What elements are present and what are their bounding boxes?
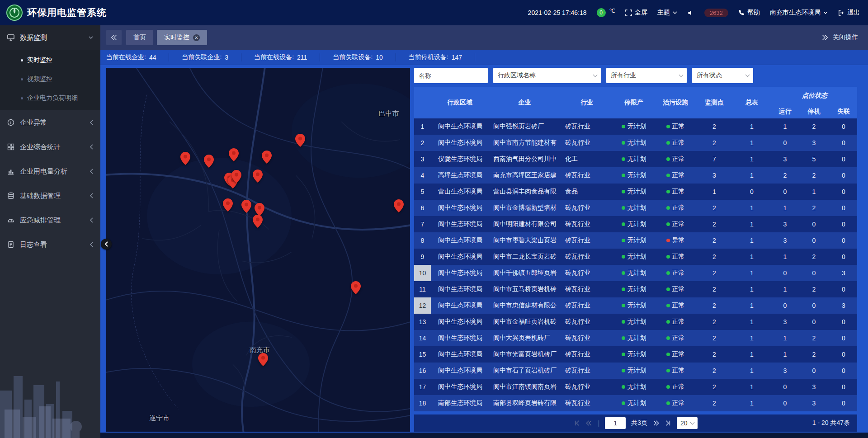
table-row[interactable]: 11 阆中生态环境局 阆中市五马桥页岩机砖 砖瓦行业 无计划 正常 2 1 1 xyxy=(414,281,857,297)
tabs-scroll-right-icon[interactable] xyxy=(822,34,828,41)
skyline-decoration xyxy=(0,359,100,438)
tab-home[interactable]: 首页 xyxy=(126,30,153,45)
table-row[interactable]: 3 仪陇生态环境局 西南油气田分公司川中 化工 无计划 正常 7 1 3 xyxy=(414,151,857,167)
temperature-badge: 0 xyxy=(597,8,606,17)
sidebar-item-data-monitor[interactable]: 数据监测 xyxy=(0,25,100,50)
status-dot-green xyxy=(622,320,625,324)
next-page-button[interactable] xyxy=(653,420,660,426)
row-lost: 0 xyxy=(829,346,857,363)
row-lost: 0 xyxy=(829,167,857,184)
row-industry: 化工 xyxy=(561,151,613,167)
map-pin[interactable] xyxy=(253,215,263,228)
row-limit-label: 无计划 xyxy=(627,367,646,374)
row-facility-status: 正常 xyxy=(655,330,696,346)
page-size-select[interactable]: 20 xyxy=(677,417,698,429)
map-pin[interactable] xyxy=(231,170,241,183)
sidebar: 数据监测 实时监控 视频监控 xyxy=(0,25,100,438)
row-lost: 0 xyxy=(829,249,857,265)
sidebar-submenu-item[interactable]: 实时监控 xyxy=(0,51,100,70)
table-row[interactable]: 4 高坪生态环境局 南充市高坪区王家店建 砖瓦行业 无计划 正常 3 1 2 xyxy=(414,167,857,184)
row-limit-status: 无计划 xyxy=(613,297,655,314)
table-row[interactable]: 5 营山生态环境局 营山县润丰肉食品有限 食品 无计划 正常 1 0 0 xyxy=(414,184,857,200)
table-row[interactable]: 7 阆中生态环境局 阆中明阳建材有限公司 砖瓦行业 无计划 正常 2 1 3 xyxy=(414,216,857,232)
map-pin[interactable] xyxy=(253,170,263,183)
name-filter-input[interactable] xyxy=(414,68,488,83)
map-pin[interactable] xyxy=(255,203,264,216)
region-filter-select[interactable]: 行政区域名称 xyxy=(493,68,601,83)
table-row[interactable]: 2 阆中生态环境局 阆中市南方节能建材有 砖瓦行业 无计划 正常 2 1 0 xyxy=(414,135,857,151)
map-pin[interactable] xyxy=(223,198,233,212)
table-row[interactable]: 1 阆中生态环境局 阆中强锐页岩砖厂 砖瓦行业 无计划 正常 2 1 1 xyxy=(414,118,857,135)
logout-button[interactable]: 退出 xyxy=(838,9,860,17)
table-row[interactable]: 15 阆中生态环境局 阆中市光富页岩机砖厂 砖瓦行业 无计划 正常 2 1 1 xyxy=(414,346,857,363)
tab-realtime-monitor[interactable]: 实时监控 ✕ xyxy=(157,30,207,45)
tab-close-icon[interactable]: ✕ xyxy=(193,34,200,41)
table-row[interactable]: 13 阆中生态环境局 阆中市金福旺页岩机砖 砖瓦行业 无计划 正常 2 1 3 xyxy=(414,314,857,330)
sidebar-item-label: 企业异常 xyxy=(20,118,47,127)
status-dot xyxy=(666,271,670,275)
sidebar-submenu-item[interactable]: 视频监控 xyxy=(0,70,100,89)
page-number-input[interactable] xyxy=(605,417,626,429)
map-pin[interactable] xyxy=(295,134,305,147)
map-pin[interactable] xyxy=(241,200,251,213)
org-dropdown[interactable]: 南充市生态环境局 xyxy=(770,9,828,17)
row-limit-label: 无计划 xyxy=(627,399,646,406)
sidebar-item[interactable]: 基础数据管理 xyxy=(0,184,100,208)
table-row[interactable]: 6 阆中生态环境局 阆中市金博瑞新型墙材 砖瓦行业 无计划 正常 2 1 1 xyxy=(414,200,857,216)
map-canvas[interactable]: 巴中市 南充市 遂宁市 xyxy=(106,68,410,432)
first-page-button[interactable] xyxy=(574,420,580,426)
sidebar-submenu-item[interactable]: 企业电力负荷明细 xyxy=(0,89,100,108)
fullscreen-button[interactable]: 全屏 xyxy=(625,9,647,17)
page-size-value: 20 xyxy=(680,419,688,427)
status-dot-green xyxy=(622,304,625,307)
table-row[interactable]: 10 阆中生态环境局 阆中千佛镇五郎垭页岩 砖瓦行业 无计划 正常 2 1 0 xyxy=(414,265,857,281)
sidebar-item[interactable]: 企业异常 xyxy=(0,110,100,135)
chevron-left-icon xyxy=(90,144,93,150)
row-facility-label: 正常 xyxy=(672,188,685,195)
theme-dropdown[interactable]: 主题 xyxy=(657,9,677,17)
table-row[interactable]: 14 阆中生态环境局 阆中大兴页岩机砖厂 砖瓦行业 无计划 正常 2 1 1 xyxy=(414,330,857,346)
status-dot xyxy=(666,255,670,259)
app-root: 环保用电监管系统 2021-02-25 17:46:18 0 ℃ 全屏 主题 xyxy=(0,0,868,438)
prev-page-button[interactable] xyxy=(585,420,592,426)
row-run: 0 xyxy=(771,395,799,411)
sidebar-item[interactable]: 应急减排管理 xyxy=(0,208,100,232)
sidebar-item[interactable]: 企业用电量分析 xyxy=(0,159,100,184)
region-filter-value: 行政区域名称 xyxy=(498,71,536,80)
map-pin[interactable] xyxy=(258,353,268,366)
industry-filter-select[interactable]: 所有行业 xyxy=(606,68,687,83)
map-pin[interactable] xyxy=(262,151,272,164)
tabs-scroll-left-button[interactable] xyxy=(106,30,122,45)
status-dot xyxy=(666,304,670,307)
status-filter-select[interactable]: 所有状态 xyxy=(692,68,753,83)
table-row[interactable]: 18 南部生态环境局 南部县双峰页岩砖有限 砖瓦行业 无计划 正常 2 1 0 xyxy=(414,395,857,411)
table-row[interactable]: 9 阆中生态环境局 阆中市二龙长宝页岩砖 砖瓦行业 无计划 正常 2 1 1 xyxy=(414,249,857,265)
table-row[interactable]: 17 阆中生态环境局 阆中市江南镇阆南页岩 砖瓦行业 无计划 正常 2 1 0 xyxy=(414,379,857,395)
map-pin[interactable] xyxy=(229,148,239,161)
status-dot-green xyxy=(622,125,625,128)
col-run: 运行 xyxy=(771,104,799,118)
help-button[interactable]: 帮助 xyxy=(738,9,760,17)
map-pin[interactable] xyxy=(204,155,214,168)
map-pin[interactable] xyxy=(351,281,361,294)
sidebar-item[interactable]: 日志查看 xyxy=(0,232,100,257)
monitor-icon xyxy=(7,34,14,41)
row-meters: 1 xyxy=(732,200,771,216)
table-row[interactable]: 8 阆中生态环境局 阆中市枣碧大梁山页岩 砖瓦行业 无计划 异常 2 1 3 xyxy=(414,232,857,249)
speaker-button[interactable] xyxy=(687,9,694,16)
row-facility-status: 正常 xyxy=(655,314,696,330)
map-pin[interactable] xyxy=(180,152,190,165)
table-row[interactable]: 16 阆中生态环境局 阆中市石子页岩机砖厂 砖瓦行业 无计划 正常 2 1 3 xyxy=(414,363,857,379)
row-stop: 0 xyxy=(799,265,829,281)
row-region: 南部生态环境局 xyxy=(431,395,489,411)
map-pin[interactable] xyxy=(394,199,404,212)
last-page-button[interactable] xyxy=(665,420,671,426)
row-limit-label: 无计划 xyxy=(627,188,646,195)
table-scroll-area[interactable]: 行政区域 企业 行业 停限产 治污设施 监测点 总表 点位状态 xyxy=(414,87,857,414)
table-row[interactable]: 12 阆中生态环境局 阆中市忠信建材有限公 砖瓦行业 无计划 正常 2 1 0 xyxy=(414,297,857,314)
close-operations-button[interactable]: 关闭操作 xyxy=(833,33,858,42)
row-lost: 0 xyxy=(829,281,857,297)
enterprise-table: 行政区域 企业 行业 停限产 治污设施 监测点 总表 点位状态 xyxy=(414,87,857,411)
sidebar-item[interactable]: 企业综合统计 xyxy=(0,135,100,159)
alert-count-badge[interactable]: 2632 xyxy=(704,9,728,17)
